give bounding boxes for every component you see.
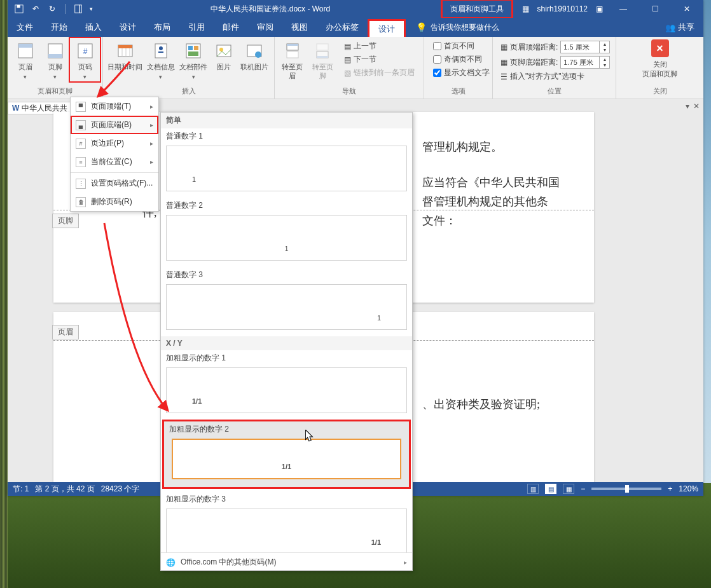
menu-page-format[interactable]: ⋮设置页码格式(F)... <box>71 174 158 193</box>
gallery-bold3[interactable]: 1/1 <box>166 509 407 552</box>
svg-rect-31 <box>317 56 328 58</box>
page-bottom-icon: ▄ <box>76 120 86 130</box>
align-tab-button[interactable]: ☰插入"对齐方式"选项卡 <box>500 71 610 82</box>
gallery-plain3[interactable]: 1 <box>166 284 407 330</box>
tab-layout[interactable]: 布局 <box>145 18 179 37</box>
gallery-bold2[interactable]: 1/1 <box>172 439 401 479</box>
header-button[interactable]: 页眉▾ <box>11 39 39 80</box>
tab-home[interactable]: 开始 <box>42 18 76 37</box>
online-picture-button[interactable]: 联机图片 <box>239 39 270 71</box>
tab-review[interactable]: 审阅 <box>248 18 282 37</box>
header-edge-icon: ▦ <box>500 43 507 51</box>
status-section[interactable]: 节: 1 <box>13 484 29 495</box>
gallery-bold3-label: 加粗显示的数字 3 <box>161 491 412 506</box>
tab-mailings[interactable]: 邮件 <box>214 18 248 37</box>
page-number-button[interactable]: #页码▾ <box>71 39 99 80</box>
picture-button[interactable]: 图片 <box>211 39 237 71</box>
view-web-icon[interactable]: ▦ <box>563 484 574 494</box>
page-remove-icon: 🗑 <box>76 197 86 207</box>
view-print-icon[interactable]: ▤ <box>545 484 556 494</box>
menu-page-remove[interactable]: 🗑删除页码(R) <box>71 193 158 211</box>
date-time-button[interactable]: 日期和时间 <box>107 39 143 71</box>
ribbon: 页眉▾ 页脚▾ #页码▾ 页眉和页脚 日期和时间 文档信息▾ 文档部件▾ 图片 … <box>8 37 703 99</box>
menu-page-current[interactable]: ≡当前位置(C)▸ <box>71 153 158 171</box>
goto-footer-button[interactable]: 转至页脚 <box>309 39 337 80</box>
close-doc-icon[interactable]: ✕ <box>693 102 700 111</box>
gallery-cat-simple: 简单 <box>161 113 412 128</box>
status-words[interactable]: 28423 个字 <box>101 484 140 495</box>
pin-icon[interactable]: ▾ <box>686 102 689 111</box>
close-window-icon[interactable]: ✕ <box>674 0 700 18</box>
tab-file[interactable]: 文件 <box>8 18 42 37</box>
tell-me-text[interactable]: 告诉我你想要做什么 <box>431 22 499 33</box>
save-icon[interactable] <box>14 4 24 14</box>
zoom-out-icon[interactable]: − <box>581 484 585 493</box>
gallery-plain1-label: 普通数字 1 <box>161 128 412 143</box>
share-button[interactable]: 👥共享 <box>656 18 703 37</box>
tab-references[interactable]: 引用 <box>179 18 214 37</box>
footer-button[interactable]: 页脚▾ <box>41 39 69 80</box>
zoom-value[interactable]: 120% <box>679 484 698 493</box>
svg-point-23 <box>219 48 223 51</box>
gallery-plain3-label: 普通数字 3 <box>161 267 412 282</box>
view-read-icon[interactable]: ▥ <box>527 484 539 494</box>
gallery-plain2[interactable]: 1 <box>166 215 407 261</box>
svg-rect-27 <box>287 51 298 58</box>
prev-section-button[interactable]: ▤上一节 <box>344 41 415 51</box>
redo-icon[interactable]: ↻ <box>47 4 57 14</box>
zoom-in-icon[interactable]: + <box>668 484 672 493</box>
office-icon: 🌐 <box>166 558 176 567</box>
minimize-icon[interactable]: — <box>611 0 636 18</box>
group-label-options: 选项 <box>424 85 492 99</box>
menu-page-bottom[interactable]: ▄页面底端(B)▸ <box>71 116 158 134</box>
menu-page-top[interactable]: ▀页面顶端(T)▸ <box>71 97 158 116</box>
group-label-nav: 导航 <box>275 85 424 99</box>
user-name[interactable]: shirh19910112 <box>537 4 588 13</box>
close-hf-button[interactable]: ×关闭 页眉和页脚 <box>642 39 679 79</box>
share-label: 共享 <box>678 22 694 33</box>
svg-rect-7 <box>48 54 62 58</box>
link-prev-button: ▧链接到前一条页眉 <box>344 67 415 78</box>
tab-insert[interactable]: 插入 <box>76 18 111 37</box>
svg-rect-1 <box>17 5 20 8</box>
footer-edge-icon: ▦ <box>500 58 507 67</box>
footer-dist-spinner[interactable]: 1.75 厘米▴▾ <box>560 56 610 69</box>
goto-header-button[interactable]: 转至页眉 <box>279 39 307 80</box>
gallery-plain1[interactable]: 1 <box>166 146 407 191</box>
maximize-icon[interactable]: ☐ <box>642 0 668 18</box>
svg-point-16 <box>159 46 163 50</box>
svg-rect-5 <box>18 44 32 48</box>
tab-view[interactable]: 视图 <box>282 18 317 37</box>
diff-first-checkbox[interactable]: 首页不同 <box>433 41 490 51</box>
tablet-icon[interactable] <box>73 4 83 14</box>
zoom-slider[interactable] <box>591 488 661 490</box>
tab-office[interactable]: 办公标签 <box>317 18 368 37</box>
gallery-cat-xy: X / Y <box>161 336 412 350</box>
ribbon-display-icon[interactable]: ▣ <box>594 4 604 14</box>
svg-rect-15 <box>155 44 167 58</box>
contextual-tab-header: 页眉和页脚工具 <box>442 0 512 18</box>
svg-rect-21 <box>188 51 198 56</box>
gallery-bold1[interactable]: 1/1 <box>166 367 407 413</box>
titlebar: ↶ ↻ ▾ 中华人民共和国证券法.docx - Word 页眉和页脚工具 ▦ s… <box>8 0 703 18</box>
doc-info-button[interactable]: 文档信息▾ <box>146 39 176 80</box>
gallery-office-more[interactable]: 🌐Office.com 中的其他页码(M)▸ <box>161 553 412 571</box>
next-section-button[interactable]: ▤下一节 <box>344 54 415 65</box>
desktop-trees-left <box>0 0 8 588</box>
tablet-tool-icon[interactable]: ▦ <box>521 4 531 14</box>
gallery-plain2-label: 普通数字 2 <box>161 198 412 212</box>
show-text-checkbox[interactable]: 显示文档文字 <box>433 67 490 78</box>
tab-design[interactable]: 设计 <box>111 18 145 37</box>
window-title: 中华人民共和国证券法.docx - Word <box>99 4 442 15</box>
prev-icon: ▤ <box>344 42 351 51</box>
status-page[interactable]: 第 2 页，共 42 页 <box>35 484 94 495</box>
svg-rect-19 <box>188 46 193 50</box>
menu-page-margin[interactable]: #页边距(P)▸ <box>71 134 158 153</box>
undo-icon[interactable]: ↶ <box>31 4 41 14</box>
diff-odd-checkbox[interactable]: 奇偶页不同 <box>433 54 490 65</box>
svg-rect-20 <box>194 46 198 50</box>
page-margin-icon: # <box>76 139 86 149</box>
quick-parts-button[interactable]: 文档部件▾ <box>179 39 209 80</box>
tab-hf-design[interactable]: 设计 <box>368 19 406 37</box>
header-dist-spinner[interactable]: 1.5 厘米▴▾ <box>560 41 610 53</box>
